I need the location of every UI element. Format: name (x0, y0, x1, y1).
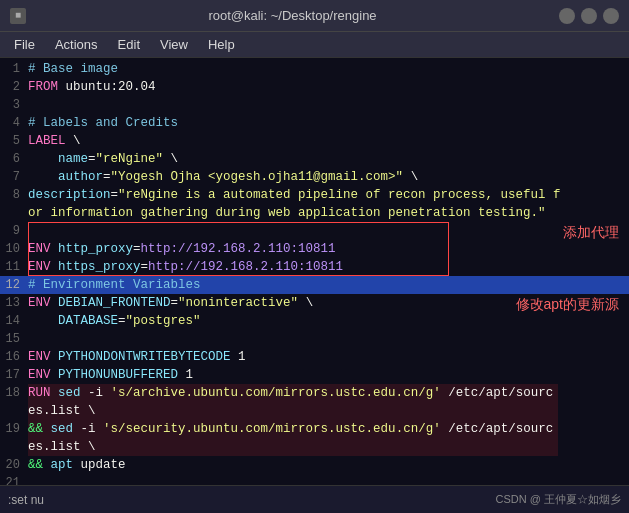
code-line: 11 ENV https_proxy=http://192.168.2.110:… (0, 258, 629, 276)
maximize-btn[interactable] (581, 8, 597, 24)
menu-file[interactable]: File (6, 35, 43, 54)
terminal-icon: ■ (10, 8, 26, 24)
menu-help[interactable]: Help (200, 35, 243, 54)
menu-edit[interactable]: Edit (110, 35, 148, 54)
code-line: 17 ENV PYTHONUNBUFFERED 1 (0, 366, 629, 384)
code-line: 1 # Base image (0, 60, 629, 78)
menu-bar: File Actions Edit View Help (0, 32, 629, 58)
code-line: 9 (0, 222, 629, 240)
code-line: 7 author="Yogesh Ojha <yogesh.ojha11@gma… (0, 168, 629, 186)
code-line: 12 # Environment Variables (0, 276, 629, 294)
status-right: CSDN @ 王仲夏☆如烟乡 (496, 492, 621, 507)
code-line: 15 (0, 330, 629, 348)
code-line: 3 (0, 96, 629, 114)
menu-actions[interactable]: Actions (47, 35, 106, 54)
close-btn[interactable] (603, 8, 619, 24)
code-line: 21 (0, 474, 629, 485)
code-line: 4 # Labels and Credits (0, 114, 629, 132)
code-area: 添加代理 修改apt的更新源 1 # Base image 2 FROM ubu… (0, 58, 629, 485)
window-title: root@kali: ~/Desktop/rengine (208, 8, 376, 23)
code-line: 16 ENV PYTHONDONTWRITEBYTECODE 1 (0, 348, 629, 366)
code-line: 14 DATABASE="postgres" (0, 312, 629, 330)
annotation-proxy: 添加代理 (563, 224, 619, 242)
code-line: 6 name="reNgine" \ (0, 150, 629, 168)
menu-view[interactable]: View (152, 35, 196, 54)
code-line: 8 description="reNgine is a automated pi… (0, 186, 629, 222)
status-bar: :set nu CSDN @ 王仲夏☆如烟乡 (0, 485, 629, 513)
minimize-btn[interactable] (559, 8, 575, 24)
status-left: :set nu (8, 493, 44, 507)
code-line: 2 FROM ubuntu:20.04 (0, 78, 629, 96)
code-line: 20 && apt update (0, 456, 629, 474)
code-line: 18 RUN sed -i 's/archive.ubuntu.com/mirr… (0, 384, 629, 420)
annotation-source: 修改apt的更新源 (516, 296, 619, 314)
code-line: 19 && sed -i 's/security.ubuntu.com/mirr… (0, 420, 629, 456)
code-line: 10 ENV http_proxy=http://192.168.2.110:1… (0, 240, 629, 258)
code-line: 5 LABEL \ (0, 132, 629, 150)
title-bar: ■ root@kali: ~/Desktop/rengine (0, 0, 629, 32)
